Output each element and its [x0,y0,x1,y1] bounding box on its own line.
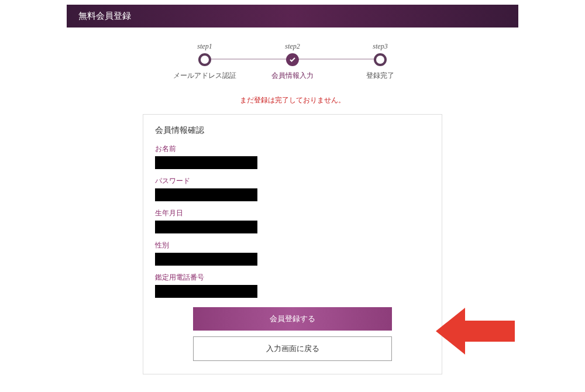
form-title: 会員情報確認 [155,125,430,136]
field-gender: 性別 [155,240,430,266]
password-value-redacted [155,188,257,201]
progress-steps: step1 メールアドレス認証 step2 会員情報入力 step3 登録完了 [0,42,585,81]
check-icon [289,56,296,63]
step-top-label: step2 [285,42,300,51]
confirmation-form: 会員情報確認 お名前 パスワード 生年月日 性別 鑑定用電話番号 会員登録する … [143,114,442,374]
submit-button[interactable]: 会員登録する [193,307,392,331]
step-bottom-label: 登録完了 [366,71,394,81]
step-bottom-label: 会員情報入力 [271,71,314,81]
back-button[interactable]: 入力画面に戻る [193,336,392,361]
field-name: お名前 [155,144,430,169]
step-bottom-label: メールアドレス認証 [173,71,236,81]
step-2: step2 会員情報入力 [249,42,336,81]
field-phone: 鑑定用電話番号 [155,273,430,298]
page-header: 無料会員登録 [67,5,518,27]
step-connector [208,59,290,60]
arrow-annotation-icon [436,302,518,360]
name-label: お名前 [155,144,430,154]
step-circle-icon [198,53,211,66]
step-top-label: step3 [373,42,387,51]
password-label: パスワード [155,176,430,186]
phone-value-redacted [155,285,257,298]
step-circle-active-icon [286,53,299,66]
name-value-redacted [155,156,257,169]
phone-label: 鑑定用電話番号 [155,273,430,283]
svg-marker-0 [436,308,515,355]
field-password: パスワード [155,176,430,201]
birthdate-label: 生年月日 [155,208,430,218]
step-1: step1 メールアドレス認証 [161,42,249,81]
warning-message: まだ登録は完了しておりません。 [0,95,585,105]
gender-label: 性別 [155,240,430,250]
gender-value-redacted [155,253,257,266]
field-birthdate: 生年月日 [155,208,430,233]
step-circle-icon [374,53,387,66]
page-title: 無料会員登録 [78,11,131,20]
birthdate-value-redacted [155,221,257,233]
step-top-label: step1 [197,42,212,51]
step-3: step3 登録完了 [336,42,424,81]
step-connector [295,59,377,60]
